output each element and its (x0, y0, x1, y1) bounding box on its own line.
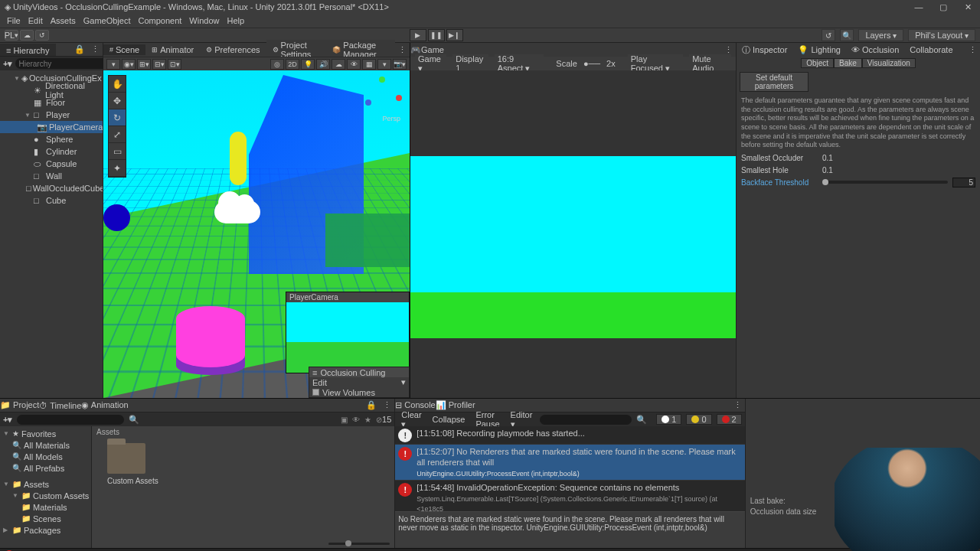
tab-console[interactable]: ⊟ Console (395, 400, 435, 410)
menu-assets[interactable]: Assets (47, 16, 80, 25)
hierarchy-item-player[interactable]: ▼□Player (0, 109, 103, 121)
menu-gameobject[interactable]: GameObject (80, 16, 135, 25)
tool-rotate-icon[interactable]: ↻ (109, 109, 126, 126)
hierarchy-item-walloccluded[interactable]: □WallOccludedCube (0, 182, 103, 194)
tool-toggle1[interactable]: ⊞▾ (137, 59, 151, 70)
panel-menu-icon[interactable]: ⋮ (965, 45, 980, 55)
checkbox-icon[interactable] (312, 389, 319, 396)
log-row-error[interactable]: ! [11:54:48] InvalidOperationException: … (395, 481, 744, 511)
scale-slider[interactable]: ●── (583, 59, 600, 68)
tool-light[interactable]: 💡 (301, 59, 315, 70)
history-icon[interactable]: ↺ (35, 30, 49, 41)
search-icon[interactable]: 🔍 (840, 29, 854, 41)
minimize-button[interactable]: — (911, 2, 926, 12)
undo-history-icon[interactable]: ↺ (822, 29, 835, 41)
step-button[interactable]: ▶❙ (446, 29, 463, 41)
tool-grid[interactable]: ▦ (362, 59, 376, 70)
subtab-visualization[interactable]: Visualization (862, 58, 916, 68)
panel-menu-icon[interactable]: ⋮ (380, 400, 394, 410)
orientation-gizmo[interactable]: Persp (364, 77, 400, 113)
console-log-list[interactable]: ! [11:51:08] Recording playmode has star… (395, 426, 744, 511)
menu-component[interactable]: Component (134, 16, 185, 25)
tool-hand-icon[interactable]: ✋ (109, 76, 126, 93)
tab-lighting[interactable]: 💡 Lighting (792, 44, 846, 56)
packages-header[interactable]: ▶📁Packages (0, 524, 91, 536)
tab-profiler[interactable]: 📊 Profiler (436, 400, 475, 410)
tool-move-icon[interactable]: ✥ (109, 93, 126, 109)
maximize-button[interactable]: ▢ (936, 2, 951, 12)
menu-file[interactable]: File (3, 16, 24, 25)
tool-pivot[interactable]: ◎ (270, 59, 284, 70)
param-smallest-hole[interactable]: Smallest Hole 0.1 (737, 164, 980, 176)
hierarchy-item-cube[interactable]: □Cube (0, 194, 103, 207)
scene-viewport[interactable]: ✋ ✥ ↻ ⤢ ▭ ✦ Persp PlayerCamera ≡Occlusio… (103, 70, 410, 398)
log-row-info[interactable]: ! [11:51:08] Recording playmode has star… (395, 426, 744, 445)
info-count[interactable]: 1 (656, 414, 681, 425)
backface-slider[interactable] (822, 181, 948, 184)
hierarchy-item-cylinder[interactable]: ▮Cylinder (0, 145, 103, 158)
hierarchy-item-sphere[interactable]: ●Sphere (0, 133, 103, 145)
tab-inspector[interactable]: ⓘ Inspector (737, 44, 792, 57)
log-row-error[interactable]: ! [11:52:07] No Renderers that are marke… (395, 445, 744, 481)
set-default-button[interactable]: Set default parameters (740, 72, 808, 92)
game-viewport[interactable] (410, 70, 736, 398)
tab-animation[interactable]: ◉ Animation (81, 400, 128, 410)
tool-toggle2[interactable]: ⊟▾ (152, 59, 166, 70)
subtab-object[interactable]: Object (801, 58, 834, 68)
tab-timeline[interactable]: ⏱ Timeline (39, 401, 81, 410)
occlusion-edit-dropdown[interactable]: Edit▾ (309, 377, 409, 387)
hierarchy-item-light[interactable]: ☀Directional Light (0, 84, 103, 96)
breadcrumb[interactable]: Assets (92, 426, 394, 439)
project-grid[interactable]: Assets Custom Assets (92, 426, 394, 548)
hidden-count-icon[interactable]: ⊘15 (376, 415, 391, 424)
console-detail[interactable]: No Renderers that are marked static were… (395, 511, 744, 548)
tool-audio[interactable]: 🔊 (316, 59, 330, 70)
menu-edit[interactable]: Edit (24, 16, 47, 25)
param-backface-threshold[interactable]: Backface Threshold 5 (737, 176, 980, 188)
tab-project[interactable]: 📁 Project (0, 400, 39, 410)
hierarchy-add-button[interactable]: +▾ (3, 59, 12, 69)
play-button[interactable]: ▶ (410, 29, 426, 41)
favorites-header[interactable]: ▼★Favorites (0, 428, 91, 439)
project-add-button[interactable]: +▾ (3, 415, 12, 425)
tool-camera-icon[interactable]: 📷▾ (393, 59, 407, 70)
cloud-icon[interactable]: ☁ (20, 30, 34, 41)
error-count[interactable]: 2 (717, 414, 742, 425)
occlusion-overlay[interactable]: ≡Occlusion Culling Edit▾ View Volumes (309, 367, 410, 398)
tab-scene[interactable]: #Scene (103, 44, 145, 55)
tool-shademode[interactable]: ▾ (106, 59, 120, 70)
menu-help[interactable]: Help (223, 16, 248, 25)
panel-lock-icon[interactable]: 🔒 (363, 400, 380, 410)
console-search[interactable] (540, 415, 632, 425)
hierarchy-item-playercamera[interactable]: 📷PlayerCamera (0, 121, 103, 133)
panel-menu-icon[interactable]: ⋮ (88, 44, 103, 54)
hierarchy-item-wall[interactable]: □Wall (0, 170, 103, 182)
tool-toggle3[interactable]: ⊡▾ (168, 59, 181, 70)
filter-icon[interactable]: 👁 (352, 416, 360, 424)
fav-all-materials[interactable]: 🔍All Materials (0, 439, 91, 451)
fav-all-prefabs[interactable]: 🔍All Prefabs (0, 462, 91, 474)
menu-window[interactable]: Window (185, 16, 223, 25)
tool-rect-icon[interactable]: ▭ (109, 143, 126, 160)
asset-folder-item[interactable]: Custom Assets (107, 443, 158, 485)
console-collapse[interactable]: Collapse (430, 415, 469, 424)
occlusion-view-volumes[interactable]: View Volumes (309, 387, 409, 397)
filter-icon[interactable]: ▣ (341, 416, 348, 424)
fav-all-models[interactable]: 🔍All Models (0, 451, 91, 462)
tab-animator[interactable]: ⊞Animator (145, 44, 200, 55)
tool-gizmos[interactable]: ▾ (377, 59, 391, 70)
pause-button[interactable]: ❚❚ (428, 29, 445, 41)
tool-fx[interactable]: ☁ (332, 59, 345, 70)
tab-hierarchy[interactable]: ≡ Hierarchy (0, 44, 56, 56)
warn-count[interactable]: 0 (686, 414, 711, 425)
layers-dropdown[interactable]: Layers ▾ (858, 29, 903, 41)
tool-drawmode[interactable]: ◉▾ (122, 59, 136, 70)
panel-menu-icon[interactable]: ⋮ (395, 45, 410, 55)
panel-menu-icon[interactable]: ⋮ (730, 400, 745, 410)
favorite-icon[interactable]: ★ (364, 416, 371, 424)
layout-dropdown[interactable]: Phil's Layout ▾ (908, 29, 975, 41)
tool-scale-icon[interactable]: ⤢ (109, 126, 126, 143)
project-tree[interactable]: ▼★Favorites 🔍All Materials 🔍All Models 🔍… (0, 426, 92, 548)
folder-custom-assets[interactable]: ▼📁Custom Assets (0, 490, 91, 501)
tab-collaborate[interactable]: Collaborate (904, 44, 958, 55)
